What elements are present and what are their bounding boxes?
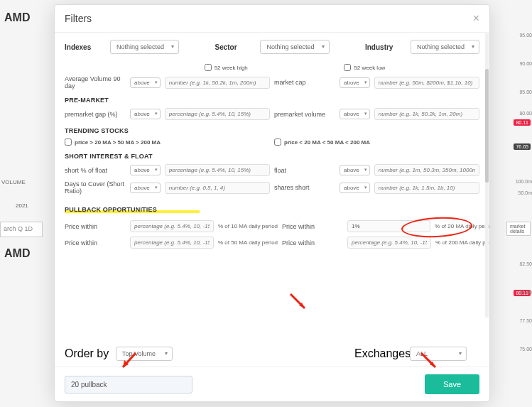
bg-ticker-1: AMD xyxy=(4,11,30,24)
indexes-label: Indexes xyxy=(65,43,104,51)
short-pct-label: short % of float xyxy=(65,167,126,174)
bg-ticker-2: AMD xyxy=(4,247,30,260)
price-within-20-suffix: % of 20 MA daily period xyxy=(435,223,489,229)
annotation-arrow-1 xyxy=(289,293,310,314)
price-within-10-suffix: % of 10 MA daily period xyxy=(218,223,278,229)
market-cap-label: market cap xyxy=(274,79,335,86)
premarket-gap-op[interactable]: above xyxy=(130,109,161,119)
industry-label: Industry xyxy=(365,43,405,51)
shares-short-input[interactable] xyxy=(374,182,479,194)
shares-short-label: shares short xyxy=(274,184,335,191)
price-within-10-label: Price within xyxy=(65,223,126,230)
short-pct-input[interactable] xyxy=(165,164,270,176)
section-trending: TRENDING STOCKS xyxy=(65,127,479,134)
price-within-50-suffix: % of 50 MA daily period xyxy=(218,239,278,246)
short-pct-op[interactable]: above xyxy=(130,165,161,175)
modal-body[interactable]: 52 week high 52 week low Average Volume … xyxy=(55,60,489,341)
orderby-select[interactable]: Top Volume xyxy=(116,347,173,361)
modal-footer: Save xyxy=(55,367,489,401)
days-to-cover-label: Days to Cover (Short Ratio) xyxy=(65,180,126,195)
float-op[interactable]: above xyxy=(340,165,370,175)
days-to-cover-input[interactable] xyxy=(165,182,270,194)
price-within-200-suffix: % of 200 MA daily period xyxy=(435,239,489,246)
price-within-20-input[interactable] xyxy=(347,220,430,232)
filter-name-input[interactable] xyxy=(65,376,192,394)
price-within-200-input[interactable] xyxy=(347,237,431,249)
52-week-low-checkbox[interactable]: 52 week low xyxy=(344,64,385,71)
exchanges-select[interactable]: ALL xyxy=(410,347,467,361)
price-within-50-label: Price within xyxy=(65,239,126,246)
indexes-select[interactable]: Nothing selected xyxy=(110,40,179,54)
modal-header: Filters × xyxy=(55,5,489,33)
premarket-gap-label: premarket gap (%) xyxy=(65,111,126,118)
section-short-interest: SHORT INTEREST & FLOAT xyxy=(65,153,479,160)
bg-price-badge-2: 76.65 xyxy=(514,143,531,150)
market-cap-input[interactable] xyxy=(374,77,479,89)
avg-volume-input[interactable] xyxy=(165,77,270,89)
section-premarket: PRE-MARKET xyxy=(65,97,479,104)
price-within-10-input[interactable] xyxy=(130,220,214,232)
save-button[interactable]: Save xyxy=(425,374,479,394)
days-to-cover-op[interactable]: above xyxy=(130,183,161,193)
exchanges-label: Exchanges xyxy=(354,347,404,360)
orderby-label: Order by xyxy=(65,347,110,360)
price-within-50-input[interactable] xyxy=(130,237,214,249)
orderby-row: Order by Top Volume Exchanges ALL xyxy=(55,341,489,367)
bg-volume-label: VOLUME xyxy=(1,179,26,185)
float-input[interactable] xyxy=(374,164,479,176)
bg-axis: 80.00 xyxy=(519,290,532,295)
trending-down-checkbox[interactable]: price < 20 MA < 50 MA < 200 MA xyxy=(274,139,370,146)
close-icon[interactable]: × xyxy=(473,12,479,25)
bg-price-badge-1: 80.11 xyxy=(514,119,531,126)
sector-label: Sector xyxy=(215,43,254,51)
market-cap-op[interactable]: above xyxy=(340,77,370,88)
premarket-volume-label: premarket volume xyxy=(274,111,335,118)
premarket-volume-op[interactable]: above xyxy=(340,109,370,119)
bg-axis: 50.0m xyxy=(519,190,532,195)
modal-title: Filters xyxy=(65,13,92,24)
float-label: float xyxy=(274,167,335,174)
price-within-200-label: Price within xyxy=(282,239,343,246)
bg-search: arch Q 1D xyxy=(0,222,43,237)
bg-axis: 75.00 xyxy=(519,347,532,352)
industry-select[interactable]: Nothing selected xyxy=(411,40,479,54)
premarket-volume-input[interactable] xyxy=(374,108,479,120)
scrollbar-thumb[interactable] xyxy=(485,69,489,183)
bg-axis: 85.00 xyxy=(519,89,532,94)
bg-axis: 90.00 xyxy=(519,61,532,66)
52-week-high-checkbox[interactable]: 52 week high xyxy=(205,64,248,71)
bg-year: 2021 xyxy=(16,202,28,209)
bg-axis: 100.0m xyxy=(516,179,532,184)
bg-axis: 77.50 xyxy=(519,318,532,323)
shares-short-op[interactable]: above xyxy=(340,183,370,193)
trending-up-checkbox[interactable]: price > 20 MA > 50 MA > 200 MA xyxy=(65,139,161,146)
bg-market-details: market details xyxy=(506,222,531,236)
avg-volume-label: Average Volume 90 day xyxy=(65,75,126,89)
avg-volume-op[interactable]: above xyxy=(130,77,161,88)
price-within-20-label: Price within xyxy=(282,223,343,230)
bg-axis: 95.00 xyxy=(519,33,532,38)
sector-select[interactable]: Nothing selected xyxy=(260,40,329,54)
bg-axis: 80.00 xyxy=(519,111,532,116)
filters-modal: Filters × Indexes Nothing selected Secto… xyxy=(54,4,490,402)
top-selector-row: Indexes Nothing selected Sector Nothing … xyxy=(55,33,489,60)
premarket-gap-input[interactable] xyxy=(165,108,270,120)
section-pullback: PULLBACK OPPORTUNITIES xyxy=(65,206,200,213)
bg-axis: 82.50 xyxy=(519,261,532,266)
